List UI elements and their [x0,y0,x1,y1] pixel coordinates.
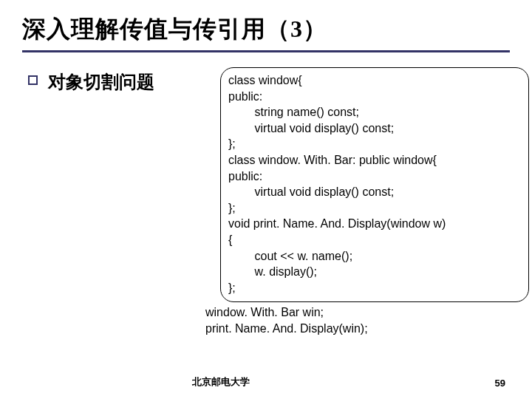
code-box: class window{ public: string name() cons… [220,67,529,302]
code-block: class window{ public: string name() cons… [228,72,521,296]
footer-organization: 北京邮电大学 [192,375,250,389]
bullet-text: 对象切割问题 [48,70,154,94]
slide: 深入理解传值与传引用（3） 对象切割问题 class window{ publi… [0,0,532,399]
code-below-box: window. With. Bar win; print. Name. And.… [205,304,368,336]
footer-page-number: 59 [495,378,505,389]
square-bullet-icon [28,75,38,85]
title-underline [22,50,510,52]
left-column: 对象切割问题 [22,70,200,94]
bullet-item: 对象切割问题 [28,70,200,94]
slide-title: 深入理解传值与传引用（3） [22,13,510,46]
content-area: 对象切割问题 class window{ public: string name… [22,70,510,94]
